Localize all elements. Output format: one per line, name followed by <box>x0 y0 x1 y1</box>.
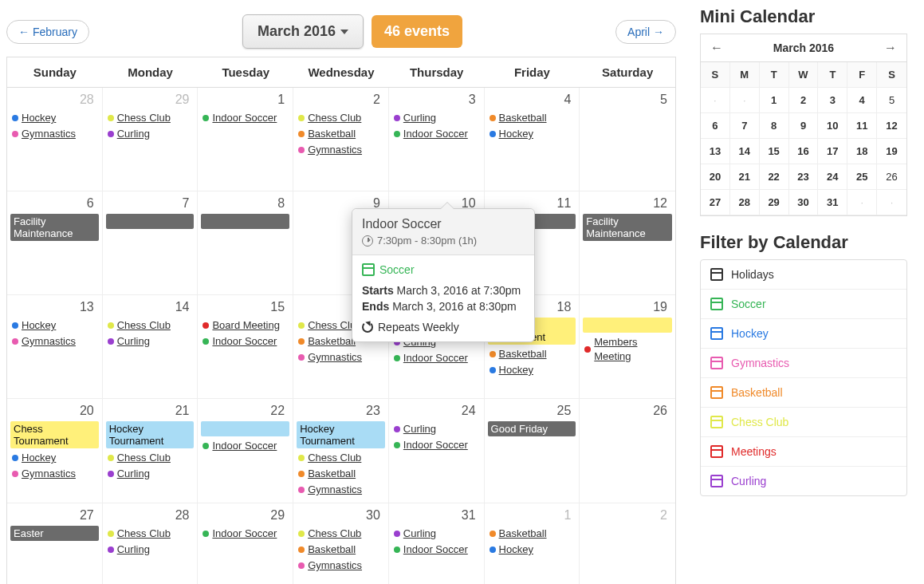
month-picker-button[interactable]: March 2016 <box>242 14 364 49</box>
mini-day[interactable]: 21 <box>730 164 760 190</box>
mini-day[interactable]: 6 <box>701 113 730 139</box>
calendar-cell[interactable]: 29Indoor Soccer <box>198 503 293 584</box>
mini-day[interactable]: 11 <box>847 113 877 139</box>
mini-day[interactable]: 17 <box>818 139 847 164</box>
event-item[interactable]: Chess Club <box>297 526 385 542</box>
calendar-cell[interactable]: 25Good Friday <box>485 399 580 503</box>
calendar-cell[interactable]: 5 <box>580 88 675 191</box>
event-link[interactable]: Basketball <box>308 334 356 349</box>
event-item[interactable]: Chess Club <box>297 110 385 126</box>
event-item[interactable]: Hockey <box>488 362 576 378</box>
event-link[interactable]: Gymnastics <box>308 143 362 157</box>
event-item[interactable]: Hockey <box>10 110 99 126</box>
prev-month-button[interactable]: ← February <box>6 20 89 44</box>
event-link[interactable]: Chess Club <box>117 527 171 541</box>
event-bar[interactable]: Hockey Tournament <box>106 421 195 448</box>
next-month-button[interactable]: April → <box>615 20 676 44</box>
popover-calendar-link[interactable]: Soccer <box>362 263 525 276</box>
event-bar[interactable] <box>106 214 195 229</box>
mini-day[interactable]: 22 <box>760 164 789 190</box>
mini-day[interactable]: 24 <box>818 164 847 190</box>
event-item[interactable]: Gymnastics <box>297 349 385 365</box>
event-link[interactable]: Basketball <box>308 467 356 481</box>
calendar-cell[interactable]: 1Indoor Soccer <box>198 88 293 191</box>
event-bar[interactable]: Good Friday <box>488 421 576 436</box>
event-item[interactable]: Hockey <box>488 126 576 142</box>
calendar-cell[interactable]: 26 <box>580 399 675 503</box>
mini-day[interactable]: 16 <box>789 139 819 164</box>
mini-day[interactable]: 18 <box>847 139 877 164</box>
calendar-cell[interactable]: 7 <box>103 191 199 295</box>
mini-next-button[interactable]: → <box>881 39 900 57</box>
event-bar[interactable]: Chess Tournament <box>10 421 99 448</box>
event-item[interactable]: Gymnastics <box>10 466 99 482</box>
filter-item[interactable]: Meetings <box>701 437 906 467</box>
event-item[interactable]: Basketball <box>488 110 576 126</box>
event-item[interactable]: Curling <box>392 110 481 126</box>
mini-day[interactable]: 7 <box>730 113 760 139</box>
event-link[interactable]: Hockey <box>22 111 56 125</box>
mini-day[interactable]: 26 <box>877 164 906 190</box>
event-link[interactable]: Gymnastics <box>308 558 362 573</box>
event-item[interactable]: Curling <box>392 421 481 437</box>
event-item[interactable]: Chess Club <box>106 526 195 542</box>
calendar-cell[interactable]: 14Chess ClubCurling <box>103 295 199 399</box>
event-link[interactable]: Chess Club <box>308 111 361 125</box>
event-item[interactable]: Chess Club <box>106 318 195 333</box>
event-item[interactable]: Hockey <box>10 450 99 466</box>
event-item[interactable]: Basketball <box>488 526 576 542</box>
event-link[interactable]: Basketball <box>499 111 547 125</box>
filter-item[interactable]: Hockey <box>701 319 906 349</box>
event-link[interactable]: Gymnastics <box>22 127 76 141</box>
calendar-cell[interactable]: 22 Indoor Soccer <box>198 399 293 503</box>
calendar-cell[interactable]: 15Board MeetingIndoor Soccer <box>198 295 293 399</box>
calendar-cell[interactable]: 27Easter <box>7 503 103 584</box>
event-link[interactable]: Curling <box>117 334 150 349</box>
mini-day[interactable]: 5 <box>877 88 906 113</box>
event-link[interactable]: Gymnastics <box>308 350 362 365</box>
calendar-cell[interactable]: 12Facility Maintenance <box>580 191 675 295</box>
mini-day[interactable]: 2 <box>789 88 819 113</box>
event-item[interactable]: Indoor Soccer <box>392 542 481 558</box>
event-link[interactable]: Gymnastics <box>308 483 362 497</box>
event-item[interactable]: Indoor Soccer <box>392 126 481 142</box>
mini-day[interactable]: 20 <box>701 164 730 190</box>
event-item[interactable]: Chess Club <box>297 450 385 466</box>
calendar-cell[interactable]: 13HockeyGymnastics <box>7 295 103 399</box>
event-link[interactable]: Curling <box>403 111 436 125</box>
mini-day[interactable]: 25 <box>847 164 877 190</box>
event-item[interactable]: Basketball <box>488 346 576 362</box>
event-link[interactable]: Gymnastics <box>22 467 76 481</box>
mini-day[interactable]: 13 <box>701 139 730 164</box>
calendar-cell[interactable]: 30Chess ClubBasketballGymnastics <box>293 503 389 584</box>
mini-day[interactable]: 27 <box>701 190 730 215</box>
event-item[interactable]: Board Meeting <box>201 318 289 333</box>
event-item[interactable]: Indoor Soccer <box>201 526 289 542</box>
calendar-cell[interactable]: 4BasketballHockey <box>485 88 580 191</box>
event-link[interactable]: Chess Club <box>117 111 171 125</box>
event-item[interactable]: Gymnastics <box>297 558 385 574</box>
event-item[interactable]: Gymnastics <box>297 482 385 498</box>
event-bar[interactable] <box>201 214 289 229</box>
mini-day[interactable]: 31 <box>818 190 847 215</box>
event-link[interactable]: Board Meeting <box>212 318 280 333</box>
mini-day[interactable]: 3 <box>818 88 847 113</box>
event-item[interactable]: Hockey <box>488 542 576 558</box>
calendar-cell[interactable]: 2 <box>580 503 675 584</box>
filter-item[interactable]: Basketball <box>701 378 906 408</box>
event-link[interactable]: Hockey <box>499 127 533 141</box>
event-item[interactable]: Chess Club <box>106 110 195 126</box>
mini-day[interactable]: 12 <box>877 113 906 139</box>
calendar-cell[interactable]: 24CurlingIndoor Soccer <box>389 399 485 503</box>
event-item[interactable]: Gymnastics <box>10 126 99 142</box>
event-item[interactable]: Indoor Soccer <box>201 333 289 349</box>
event-item[interactable]: Chess Club <box>106 450 195 466</box>
event-item[interactable]: Indoor Soccer <box>392 350 481 366</box>
calendar-cell[interactable]: 31CurlingIndoor Soccer <box>389 503 485 584</box>
event-link[interactable]: Indoor Soccer <box>212 111 277 125</box>
calendar-cell[interactable]: 8 <box>198 191 293 295</box>
event-link[interactable]: Basketball <box>499 527 547 541</box>
event-link[interactable]: Indoor Soccer <box>403 351 468 365</box>
filter-item[interactable]: Curling <box>701 467 906 495</box>
mini-day[interactable]: 23 <box>789 164 819 190</box>
